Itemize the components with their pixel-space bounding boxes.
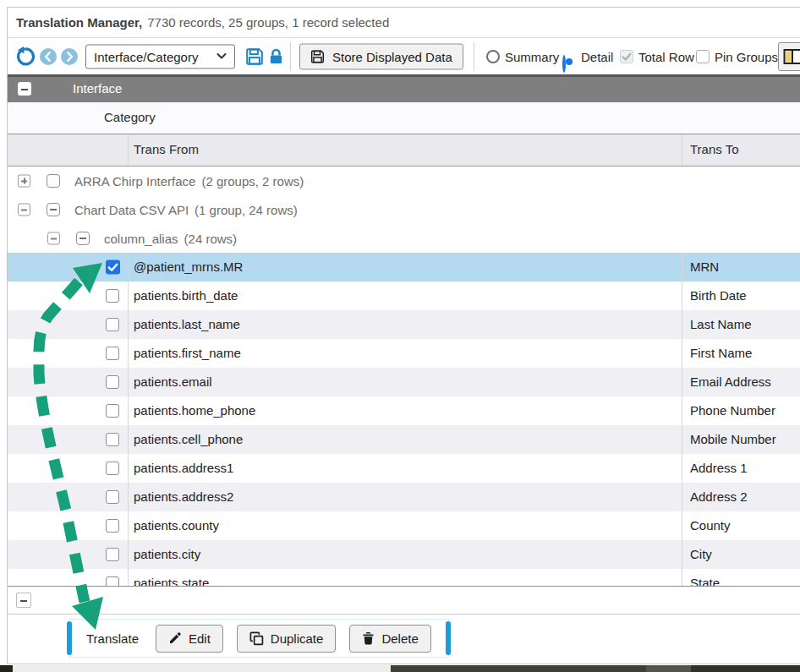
collapse-icon[interactable] [18,82,31,96]
toolbar-divider [290,42,291,71]
column-divider [128,454,129,483]
column-header-trans-from[interactable]: Trans From [134,142,199,156]
row-checkbox[interactable] [106,289,119,303]
translate-panel-label: Translate [86,631,139,646]
cell-trans-to: MRN [690,253,719,281]
table-row[interactable]: patients.address1Address 1 [8,454,800,483]
group-row[interactable]: ARRA Chirp Interface(2 groups, 2 rows) [8,167,800,195]
total-row-checkbox[interactable] [620,50,633,63]
group-label: ARRA Chirp Interface [74,174,195,188]
column-divider [128,511,129,540]
column-header-trans-to[interactable]: Trans To [690,142,739,156]
trash-icon [362,631,375,645]
edit-button-label: Edit [189,631,211,646]
panel-accent-bar [446,621,451,655]
save-icon[interactable] [245,47,264,66]
row-checkbox[interactable] [106,347,119,360]
pin-groups-checkbox[interactable] [696,50,710,63]
grouping-select-value: Interface/Category [94,49,216,63]
summary-radio[interactable] [486,50,500,63]
group-checkbox[interactable] [47,203,60,216]
grouping-select[interactable]: Interface/Category [85,44,235,68]
collapse-icon[interactable] [16,593,31,608]
table-row[interactable]: patients.countyCounty [8,511,800,540]
window-edge-segment [391,665,646,672]
table-row[interactable]: patients.last_nameLast Name [8,310,800,339]
cell-trans-to: County [690,511,731,540]
row-checkbox[interactable] [106,519,119,533]
cell-trans-from: patients.first_name [134,339,241,368]
column-divider [128,281,129,310]
group-checkbox[interactable] [76,232,90,245]
cell-trans-from: patients.county [134,511,219,540]
row-checkbox[interactable] [106,576,119,587]
cell-trans-from: patients.home_phone [134,396,255,425]
table-row[interactable]: patients.first_nameFirst Name [8,339,800,368]
table-row[interactable]: patients.birth_dateBirth Date [8,281,800,310]
table-row[interactable]: patients.stateState [8,569,800,587]
refresh-icon[interactable] [14,46,36,67]
expand-icon[interactable] [18,175,30,188]
store-displayed-data-button[interactable]: Store Displayed Data [299,43,463,69]
collapse-icon[interactable] [47,232,60,245]
save-icon [310,49,325,63]
column-settings-button[interactable] [778,42,800,71]
group-row[interactable]: Chart Data CSV API(1 group, 24 rows) [8,195,800,224]
pencil-icon [168,631,182,645]
table-row[interactable]: patients.cityCity [8,540,800,569]
group-text: Chart Data CSV API(1 group, 24 rows) [74,195,298,224]
row-checkbox[interactable] [106,462,119,475]
cell-trans-from: patients.last_name [134,310,240,339]
group-row[interactable]: column_alias(24 rows) [8,224,800,253]
column-divider [682,425,682,454]
group-checkbox[interactable] [47,174,60,188]
group-count: (1 group, 24 rows) [195,203,298,217]
toolbar: Interface/Category Store Displayed Data [8,38,800,74]
group-text: ARRA Chirp Interface(2 groups, 2 rows) [74,167,304,195]
table-row[interactable]: patients.cell_phoneMobile Number [8,425,800,454]
cell-trans-to: Phone Number [690,396,775,425]
detail-label: Detail [581,49,613,63]
row-checkbox[interactable] [106,490,119,504]
cell-trans-to: First Name [690,339,752,368]
columns-icon [783,48,800,65]
group-header-category: Category [8,102,800,134]
table-rows: ARRA Chirp Interface(2 groups, 2 rows)Ch… [8,167,800,587]
row-checkbox[interactable] [106,375,119,389]
column-divider [128,483,129,511]
column-divider [682,511,682,540]
translation-manager-window: Translation Manager, 7730 records, 25 gr… [7,7,800,664]
forward-icon[interactable] [61,48,78,65]
row-checkbox[interactable] [106,260,120,275]
cell-trans-from: patients.email [134,368,212,396]
toolbar-divider [474,42,474,71]
group-header-interface: Interface [8,74,800,102]
column-divider [682,396,682,425]
row-checkbox[interactable] [106,404,119,418]
cell-trans-to: Last Name [690,310,752,339]
column-divider [682,339,682,368]
back-icon[interactable] [40,48,57,65]
bottom-collapse-row [8,587,800,615]
row-checkbox[interactable] [106,548,119,561]
column-divider [128,396,129,425]
row-checkbox[interactable] [106,433,119,446]
window-edge-segment [646,665,691,672]
copy-icon [249,631,264,646]
detail-radio[interactable] [562,55,566,73]
table-row[interactable]: patients.home_phonePhone Number [8,396,800,425]
collapse-icon[interactable] [18,204,30,216]
delete-button[interactable]: Delete [349,625,430,653]
column-divider [682,483,682,511]
edit-button[interactable]: Edit [156,625,223,653]
cell-trans-to: Address 2 [690,483,748,511]
duplicate-button[interactable]: Duplicate [237,625,337,653]
table-row[interactable]: @patient_mrns.MRMRN [8,253,800,281]
column-divider [682,540,682,569]
lock-icon[interactable] [268,47,284,65]
cell-trans-from: @patient_mrns.MR [134,253,243,281]
cell-trans-to: Address 1 [690,454,748,483]
row-checkbox[interactable] [106,318,119,331]
table-row[interactable]: patients.address2Address 2 [8,483,800,511]
table-row[interactable]: patients.emailEmail Address [8,368,800,396]
